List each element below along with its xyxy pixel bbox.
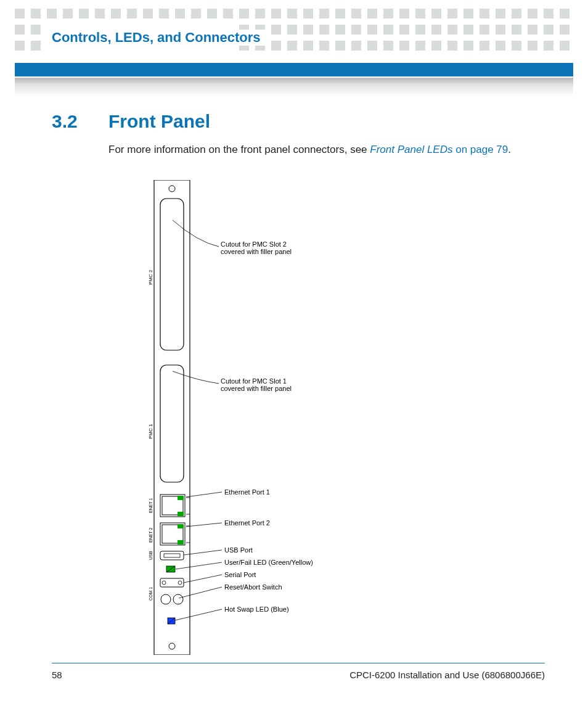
section-heading: 3.2 Front Panel <box>52 111 545 132</box>
intro-text-prefix: For more information on the front panel … <box>108 144 370 155</box>
callout-usb: USB Port <box>224 546 253 554</box>
chapter-title: Controls, LEDs, and Connectors <box>52 30 266 46</box>
svg-rect-14 <box>178 540 184 544</box>
svg-line-29 <box>186 523 222 527</box>
svg-point-25 <box>173 594 183 604</box>
slot-label-enet1: ENET 1 <box>149 498 153 513</box>
header-shadow <box>15 78 573 96</box>
page-footer: 58 CPCI-6200 Installation and Use (68068… <box>52 663 545 680</box>
svg-point-24 <box>161 594 171 604</box>
dots-row-1 <box>15 9 573 18</box>
slot-label-enet2: ENET 2 <box>149 528 153 543</box>
header-blue-bar <box>15 63 573 76</box>
svg-rect-3 <box>160 199 184 350</box>
front-panel-diagram: PMC 2 PMC 1 ENET 1 ENET 2 USB COM 1 Cuto… <box>142 180 438 655</box>
svg-rect-18 <box>164 554 180 557</box>
intro-terminator: . <box>508 144 511 155</box>
content-area: 3.2 Front Panel For more information on … <box>52 111 545 157</box>
slot-label-com1: COM 1 <box>149 587 153 601</box>
slot-label-usb: USB <box>149 551 153 560</box>
svg-rect-7 <box>178 496 184 500</box>
section-title: Front Panel <box>108 111 210 132</box>
header-dot-band: Controls, LEDs, and Connectors <box>0 0 588 59</box>
svg-rect-4 <box>160 365 184 482</box>
footer-rule <box>52 663 545 663</box>
svg-rect-8 <box>178 512 184 516</box>
slot-label-pmc2: PMC 2 <box>148 269 153 285</box>
callout-pmc-slot1: Cutout for PMC Slot 1 covered with fille… <box>221 377 292 392</box>
svg-rect-13 <box>178 524 184 528</box>
callout-pmc-slot2: Cutout for PMC Slot 2 covered with fille… <box>221 240 292 255</box>
callout-enet2: Ethernet Port 2 <box>224 519 270 527</box>
section-intro: For more information on the front panel … <box>108 143 545 157</box>
front-panel-leds-link[interactable]: Front Panel LEDs on page 79 <box>370 144 508 155</box>
callout-hotswap: Hot Swap LED (Blue) <box>224 605 289 613</box>
svg-line-28 <box>186 492 222 497</box>
section-number: 3.2 <box>52 111 108 132</box>
callout-serial: Serial Port <box>224 571 256 578</box>
page-number: 58 <box>52 670 62 680</box>
callout-reset: Reset/Abort Switch <box>224 583 282 591</box>
doc-title: CPCI-6200 Installation and Use (6806800J… <box>349 670 545 680</box>
callout-enet1: Ethernet Port 1 <box>224 488 270 496</box>
slot-label-pmc1: PMC 1 <box>148 424 153 439</box>
svg-rect-21 <box>160 578 184 587</box>
callout-userfail: User/Fail LED (Green/Yellow) <box>224 559 313 566</box>
